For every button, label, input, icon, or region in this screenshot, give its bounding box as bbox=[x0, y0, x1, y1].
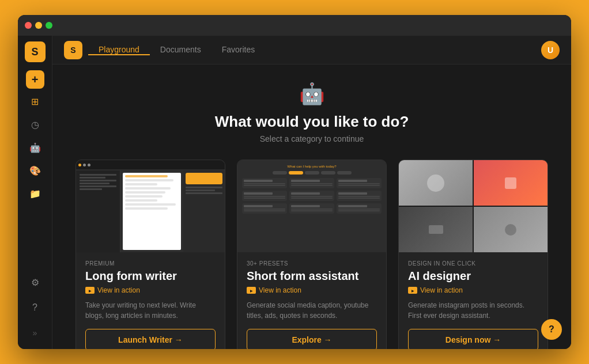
long-form-writer-card: Premium Long form writer View in action … bbox=[75, 160, 225, 349]
add-button[interactable]: + bbox=[26, 70, 44, 89]
long-form-writer-title: Long form writer bbox=[85, 269, 216, 283]
short-form-assistant-body: 30+ PRESETS Short form assistant View in… bbox=[237, 252, 386, 349]
ai-designer-view-action[interactable]: View in action bbox=[408, 286, 538, 294]
help-fab-button[interactable]: ? bbox=[541, 319, 562, 340]
ai-designer-preview bbox=[399, 160, 548, 252]
window-controls bbox=[25, 22, 52, 29]
tab-favorites[interactable]: Favorites bbox=[212, 45, 266, 55]
long-form-writer-preview bbox=[76, 160, 225, 252]
long-form-writer-desc: Take your writing to next level. Write b… bbox=[85, 300, 216, 321]
ai-designer-desc: Generate instagram posts in seconds. Fir… bbox=[408, 300, 538, 321]
designer-cell-2 bbox=[474, 160, 548, 206]
hero-robot-icon: 🤖 bbox=[75, 82, 548, 106]
long-form-writer-view-action[interactable]: View in action bbox=[85, 286, 216, 294]
tab-documents[interactable]: Documents bbox=[150, 45, 212, 55]
long-form-writer-tag: Premium bbox=[85, 260, 216, 267]
sidebar-item-palette[interactable]: 🎨 bbox=[25, 160, 46, 181]
sidebar-bottom: ⚙ ? » bbox=[25, 272, 46, 343]
play-icon bbox=[85, 287, 95, 294]
ai-designer-title: AI designer bbox=[408, 269, 538, 283]
short-form-assistant-tag: 30+ PRESETS bbox=[247, 260, 377, 267]
minimize-button[interactable] bbox=[35, 22, 42, 29]
hero-section: 🤖 What would you like to do? Select a ca… bbox=[75, 82, 548, 143]
maximize-button[interactable] bbox=[46, 22, 52, 29]
short-form-assistant-view-action[interactable]: View in action bbox=[247, 286, 377, 294]
chevrons-icon: » bbox=[33, 328, 37, 338]
sidebar-item-help[interactable]: ? bbox=[25, 297, 46, 318]
sidebar-collapse-button[interactable]: » bbox=[25, 323, 46, 343]
sidebar: S + ⊞ ◷ 🤖 🎨 📁 ⚙ ? » bbox=[18, 36, 52, 349]
play-icon-2 bbox=[247, 287, 256, 294]
app-logo[interactable]: S bbox=[25, 41, 46, 62]
content-area: S Playground Documents Favorites bbox=[52, 36, 571, 349]
user-avatar[interactable]: U bbox=[541, 41, 560, 59]
sidebar-item-grid[interactable]: ⊞ bbox=[25, 91, 46, 112]
top-left: S Playground Documents Favorites bbox=[64, 41, 265, 59]
sidebar-item-clock[interactable]: ◷ bbox=[25, 114, 46, 135]
designer-cell-3 bbox=[399, 207, 473, 252]
design-now-button[interactable]: Design now → bbox=[408, 329, 538, 349]
hero-title: What would you like to do? bbox=[75, 113, 548, 131]
tabs: Playground Documents Favorites bbox=[88, 45, 265, 55]
sidebar-item-settings[interactable]: ⚙ bbox=[25, 272, 46, 293]
ai-designer-card: Design in one click AI designer View in … bbox=[398, 160, 548, 349]
short-form-assistant-preview: What can I help you with today? bbox=[237, 160, 386, 252]
launch-writer-button[interactable]: Launch Writer → bbox=[85, 329, 216, 349]
short-form-assistant-desc: Generate social media caption, youtube t… bbox=[247, 300, 377, 321]
top-logo: S bbox=[64, 41, 82, 59]
short-form-assistant-title: Short form assistant bbox=[247, 269, 377, 283]
titlebar bbox=[18, 15, 571, 36]
play-icon-3 bbox=[408, 287, 417, 294]
hero-subtitle: Select a category to continue bbox=[75, 134, 548, 143]
designer-cell-1 bbox=[399, 160, 473, 206]
explore-button[interactable]: Explore → bbox=[247, 329, 377, 349]
short-form-assistant-card: What can I help you with today? bbox=[237, 160, 387, 349]
sidebar-item-folder[interactable]: 📁 bbox=[25, 183, 46, 204]
sidebar-item-robot[interactable]: 🤖 bbox=[25, 137, 46, 158]
ai-designer-body: Design in one click AI designer View in … bbox=[399, 252, 548, 349]
cards-grid: Premium Long form writer View in action … bbox=[75, 160, 548, 349]
long-form-writer-body: Premium Long form writer View in action … bbox=[76, 252, 225, 349]
designer-cell-4 bbox=[474, 207, 548, 252]
tab-playground[interactable]: Playground bbox=[88, 45, 150, 55]
top-bar: S Playground Documents Favorites bbox=[52, 36, 571, 65]
ai-designer-tag: Design in one click bbox=[408, 260, 538, 267]
page-content: 🤖 What would you like to do? Select a ca… bbox=[52, 65, 571, 349]
close-button[interactable] bbox=[25, 22, 32, 29]
